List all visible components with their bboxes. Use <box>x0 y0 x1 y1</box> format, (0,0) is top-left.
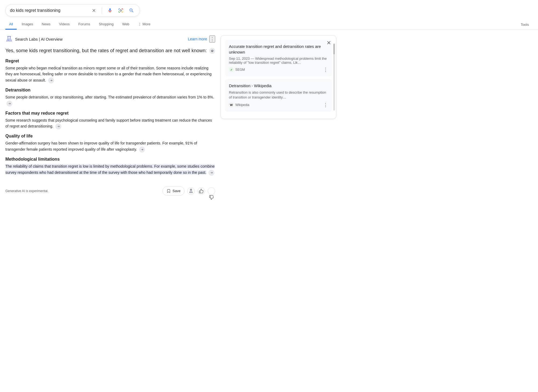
section-factors-title: Factors that may reduce regret <box>5 111 215 116</box>
section-regret-title: Regret <box>5 59 215 63</box>
section-methodological-body: The reliability of claims that transitio… <box>5 163 215 176</box>
ai-overview-header: Search Labs | AI Overview Learn more ⋮ <box>5 35 215 43</box>
regret-link-icon[interactable] <box>48 77 54 83</box>
detransition-link-icon[interactable] <box>6 101 12 107</box>
source-card-wikipedia-title: Detransition - Wikipedia <box>229 83 328 89</box>
section-methodological: Methodological limitations The reliabili… <box>5 157 215 176</box>
section-detransition-body: Some people detransition, or stop transi… <box>5 94 215 107</box>
bookmark-icon <box>167 189 171 193</box>
source-card-segm[interactable]: Accurate transition regret and detransit… <box>225 40 332 76</box>
ai-overview-menu-button[interactable]: ⋮ <box>209 36 215 43</box>
footer-actions: Save <box>162 186 215 196</box>
search-bar[interactable] <box>5 4 140 17</box>
source-card-segm-footer: ✓ SEGM ⋮ <box>229 67 328 73</box>
tab-videos[interactable]: Videos <box>55 19 74 30</box>
search-input[interactable] <box>10 8 90 13</box>
tab-more[interactable]: ⋮ More <box>134 19 154 30</box>
wikipedia-source-logo: W Wikipedia <box>229 103 249 107</box>
flask-icon <box>189 189 193 193</box>
thumbdown-icon <box>209 195 214 200</box>
methodological-link-icon[interactable] <box>208 170 214 176</box>
tab-images[interactable]: Images <box>18 19 37 30</box>
nav-tabs: All Images News Videos Forums Shopping W… <box>0 19 538 30</box>
source-card-segm-date: Sep 11, 2023 — Widespread methodological… <box>229 56 328 65</box>
ai-disclaimer: Generative AI is experimental. <box>5 189 48 193</box>
search-labs-icon <box>5 35 13 43</box>
methodological-highlighted-text: The reliability of claims that transitio… <box>5 164 215 174</box>
side-panel: ✕ Accurate transition regret and detrans… <box>221 35 336 119</box>
ai-header-right: Learn more ⋮ <box>188 36 215 43</box>
tab-forums[interactable]: Forums <box>75 19 94 30</box>
search-button[interactable] <box>128 7 135 14</box>
scrollbar-track[interactable] <box>333 44 335 111</box>
intro-link-icon[interactable] <box>209 48 215 54</box>
scrollbar-thumb[interactable] <box>333 44 335 54</box>
search-divider <box>102 7 102 14</box>
tab-shopping[interactable]: Shopping <box>95 19 117 30</box>
main-content: Search Labs | AI Overview Learn more ⋮ Y… <box>0 30 350 201</box>
thumbup-icon <box>199 189 204 193</box>
tab-all[interactable]: All <box>5 19 17 30</box>
source-card-segm-title: Accurate transition regret and detransit… <box>229 44 328 55</box>
ai-header-left: Search Labs | AI Overview <box>5 35 62 43</box>
section-regret-body: Some people who began medical transition… <box>5 65 215 83</box>
section-factors-body: Some research suggests that psychologica… <box>5 117 215 130</box>
search-icons <box>90 7 135 14</box>
segm-source-menu-button[interactable]: ⋮ <box>323 67 328 73</box>
source-card-wikipedia-snippet: Retransition is also commonly used to de… <box>229 90 328 100</box>
segm-icon: ✓ <box>229 67 234 72</box>
flask-feedback-button[interactable] <box>187 187 195 195</box>
section-quality: Quality of life Gender-affirmation surge… <box>5 134 215 153</box>
source-card-wikipedia-footer: W Wikipedia ⋮ <box>229 102 328 108</box>
svg-point-2 <box>9 41 10 41</box>
source-card-wikipedia[interactable]: Detransition - Wikipedia Retransition is… <box>225 79 332 112</box>
factors-link-icon[interactable] <box>55 123 61 129</box>
ai-footer: Generative AI is experimental. Save <box>5 182 215 196</box>
section-regret: Regret Some people who began medical tra… <box>5 59 215 83</box>
section-factors: Factors that may reduce regret Some rese… <box>5 111 215 130</box>
section-quality-title: Quality of life <box>5 134 215 139</box>
ai-overview: Search Labs | AI Overview Learn more ⋮ Y… <box>5 35 215 196</box>
voice-search-button[interactable] <box>106 7 114 14</box>
ai-overview-title: Search Labs | AI Overview <box>15 37 62 41</box>
svg-point-1 <box>8 40 9 41</box>
segm-source-logo: ✓ SEGM <box>229 67 245 72</box>
image-search-button[interactable] <box>117 7 125 14</box>
section-quality-body: Gender-affirmation surgery has been show… <box>5 140 215 153</box>
section-detransition: Detransition Some people detransition, o… <box>5 88 215 107</box>
tab-tools[interactable]: Tools <box>517 20 533 29</box>
thumbdown-button[interactable] <box>208 187 215 195</box>
wikipedia-icon: W <box>229 103 234 107</box>
more-dots-icon: ⋮ <box>138 22 141 26</box>
search-bar-area <box>0 0 538 19</box>
tab-news[interactable]: News <box>38 19 54 30</box>
thumbup-button[interactable] <box>197 187 205 195</box>
section-detransition-title: Detransition <box>5 88 215 93</box>
tab-web[interactable]: Web <box>118 19 133 30</box>
clear-button[interactable] <box>90 7 97 14</box>
save-button[interactable]: Save <box>162 186 185 196</box>
side-panel-close-button[interactable]: ✕ <box>325 39 333 47</box>
ai-intro-text: Yes, some kids regret transitioning, but… <box>5 47 215 54</box>
wikipedia-source-menu-button[interactable]: ⋮ <box>323 102 328 108</box>
learn-more-button[interactable]: Learn more <box>188 37 207 41</box>
section-methodological-title: Methodological limitations <box>5 157 215 162</box>
svg-point-0 <box>120 10 122 11</box>
quality-link-icon[interactable] <box>139 147 145 153</box>
